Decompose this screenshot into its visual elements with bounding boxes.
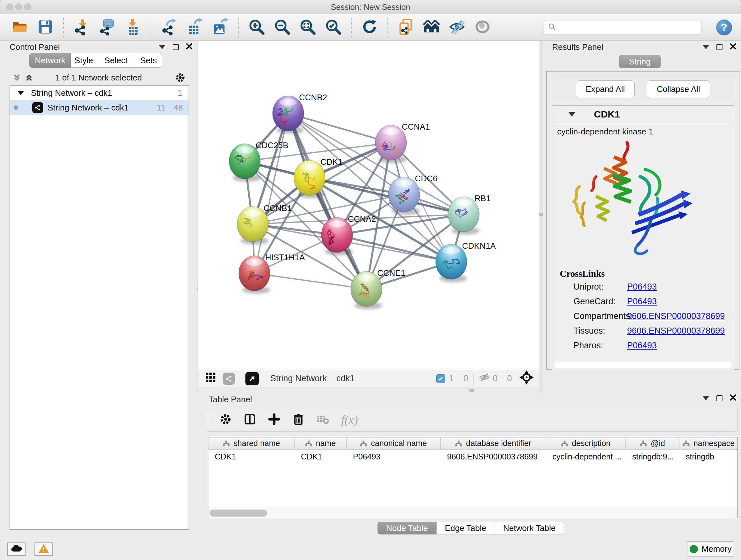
import-network-file-button[interactable]	[73, 18, 91, 37]
crosslink-link[interactable]: 9606.ENSP00000378699	[627, 326, 725, 335]
table-row[interactable]: CDK1CDK1P064939606.ENSP00000378699cyclin…	[208, 449, 738, 464]
panel-menu-icon[interactable]	[702, 45, 710, 49]
hide-selected-button[interactable]	[448, 18, 466, 37]
column-header-canonicalname[interactable]: canonical name	[347, 437, 441, 449]
search-input[interactable]	[559, 23, 697, 32]
node-label-RB1: RB1	[475, 193, 491, 203]
string-results-container: Expand All Collapse All CDK1 cyclin-depe…	[546, 71, 739, 370]
table-options-gear-icon[interactable]	[219, 413, 232, 427]
selected-counts: 1 – 0	[449, 374, 468, 383]
refresh-view-button[interactable]	[360, 18, 379, 37]
add-column-icon[interactable]	[268, 413, 280, 427]
fit-content-crosshair-icon[interactable]	[520, 370, 534, 387]
show-columns-icon[interactable]	[244, 413, 256, 427]
crosslink-link[interactable]: P06493	[627, 297, 657, 306]
houses-icon	[423, 18, 440, 37]
table-h-scrollbar[interactable]	[208, 508, 738, 518]
network-options-gear-icon[interactable]	[175, 72, 186, 84]
network-row-selected[interactable]: String Network – cdk1 11 48	[10, 100, 189, 115]
horizontal-splitter[interactable]	[198, 387, 539, 393]
export-network-button[interactable]	[160, 18, 178, 37]
close-panel-icon[interactable]	[730, 394, 737, 402]
delete-column-trash-icon[interactable]	[292, 413, 305, 427]
results-panel: Results Panel String Expand All Collapse…	[543, 41, 741, 393]
tab-network-table[interactable]: Network Table	[495, 522, 564, 535]
warnings-button[interactable]	[35, 543, 53, 556]
birdseye-view-icon[interactable]	[246, 372, 259, 385]
table-cell[interactable]: 9606.ENSP00000378699	[441, 449, 546, 464]
network-edge-HIST1H1A-CCNE1[interactable]	[254, 273, 366, 289]
collapse-all-button[interactable]: Collapse All	[647, 80, 710, 98]
table-cell[interactable]: stringdb:9...	[626, 449, 679, 464]
tab-style[interactable]: Style	[71, 53, 97, 68]
panel-menu-icon[interactable]	[158, 45, 165, 49]
hidden-eye-slash-icon[interactable]	[479, 372, 490, 385]
expand-all-button[interactable]: Expand All	[576, 80, 635, 98]
network-edge-CCNB2-CCNE1[interactable]	[288, 113, 366, 289]
column-header-name[interactable]: name	[294, 437, 347, 449]
memory-button[interactable]: Memory	[687, 542, 734, 557]
collapse-section-icon[interactable]	[568, 112, 576, 117]
crosslink-link[interactable]: 9606.ENSP00000378699	[627, 311, 725, 321]
zoom-selected-button[interactable]	[324, 18, 342, 37]
grid-view-icon[interactable]	[205, 372, 216, 385]
tab-network[interactable]: Network	[29, 53, 71, 68]
table-panel-title: Table Panel	[209, 395, 252, 404]
network-share-icon[interactable]	[223, 373, 235, 385]
tab-sets[interactable]: Sets	[135, 53, 162, 68]
clone-network-button[interactable]	[397, 18, 415, 37]
table-cell[interactable]: P06493	[347, 449, 441, 464]
close-panel-icon[interactable]	[186, 43, 193, 51]
export-table-button[interactable]	[186, 18, 204, 37]
right-splitter[interactable]	[539, 41, 543, 393]
tab-node-table[interactable]: Node Table	[378, 522, 436, 535]
table-cell[interactable]: CDK1	[294, 449, 347, 464]
section-scrollbar[interactable]	[554, 362, 732, 368]
node-label-CCNB2: CCNB2	[299, 92, 327, 102]
protein-structure-image	[562, 138, 699, 259]
protein-section-header[interactable]: CDK1	[552, 106, 734, 123]
crosslink-link[interactable]: P06493	[627, 282, 657, 292]
open-session-button[interactable]	[11, 18, 29, 37]
help-button[interactable]: ?	[716, 19, 732, 36]
panel-menu-icon[interactable]	[702, 396, 710, 400]
table-cell[interactable]: cyclin-dependent ...	[546, 449, 626, 464]
selected-checkbox-icon[interactable]	[436, 374, 445, 383]
tab-select[interactable]: Select	[97, 53, 135, 68]
float-panel-icon[interactable]	[717, 44, 723, 50]
scrollbar-thumb[interactable]	[210, 509, 267, 516]
column-header-namespace[interactable]: namespace	[679, 437, 738, 449]
collection-expander-icon[interactable]	[17, 91, 24, 95]
show-all-button[interactable]	[474, 18, 491, 37]
save-session-button[interactable]	[37, 18, 54, 37]
column-header-databaseidentifier[interactable]: database identifier	[441, 437, 546, 449]
column-header-description[interactable]: description	[546, 437, 626, 449]
network-edge-CCNA2-CDKN1A[interactable]	[337, 235, 451, 262]
collection-count: 1	[178, 88, 182, 98]
import-table-button[interactable]	[124, 18, 142, 37]
export-image-button[interactable]	[211, 18, 229, 37]
zoom-fit-button[interactable]	[299, 18, 317, 37]
column-header-sharedname[interactable]: shared name	[208, 437, 294, 449]
tab-edge-table[interactable]: Edge Table	[436, 522, 495, 535]
search-field[interactable]	[543, 20, 701, 35]
table-cell[interactable]: CDK1	[208, 449, 294, 464]
zoom-out-button[interactable]	[273, 18, 291, 37]
table-cell[interactable]: stringdb	[679, 449, 738, 464]
network-canvas[interactable]: CCNB2CCNA1CDC25BCDK1CDC6RB1CCNB1CCNA2CDK…	[198, 41, 539, 370]
import-network-database-button[interactable]	[98, 18, 116, 37]
home-view-button[interactable]	[422, 18, 441, 37]
close-panel-icon[interactable]	[730, 43, 737, 51]
collection-label: String Network – cdk1	[31, 88, 112, 98]
float-panel-icon[interactable]	[717, 395, 723, 401]
column-header-id[interactable]: @id	[626, 437, 679, 449]
tab-string[interactable]: String	[619, 55, 661, 68]
crosslink-link[interactable]: P06493	[627, 341, 657, 350]
node-label-HIST1H1A: HIST1H1A	[265, 253, 305, 262]
zoom-in-button[interactable]	[248, 18, 266, 37]
delete-table-icon	[316, 413, 330, 427]
network-collection-row[interactable]: String Network – cdk1 1	[10, 85, 189, 100]
network-edge-CCNB2-HIST1H1A[interactable]	[254, 113, 288, 273]
cloud-button[interactable]	[7, 543, 25, 556]
float-panel-icon[interactable]	[173, 44, 179, 50]
